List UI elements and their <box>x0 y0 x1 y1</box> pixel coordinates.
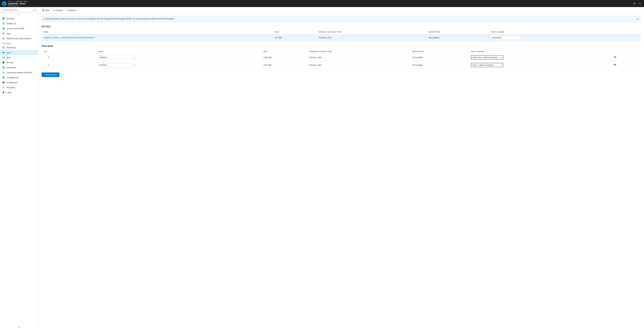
sidebar-label-extensions: Extensions <box>6 67 16 69</box>
data-disk-header-row: LUN NAME SIZE STORAGE ACCOUNT TYPE ENCRY… <box>42 50 640 54</box>
svg-rect-6 <box>4 19 4 20</box>
sidebar-item-diagnose[interactable]: Diagnose and solve problems <box>0 36 38 41</box>
data-disk-1-delete-cell <box>611 61 640 69</box>
access-control-icon <box>2 27 5 30</box>
os-disk-col-name: NAME <box>42 30 273 34</box>
sidebar-item-locks[interactable]: Locks <box>0 90 38 95</box>
networking-icon <box>2 46 5 49</box>
sidebar-item-activity-log[interactable]: Activity log <box>0 21 38 26</box>
search-input[interactable] <box>6 9 31 11</box>
svg-rect-4 <box>4 18 4 18</box>
data-disk-0-detach-button[interactable] <box>613 55 617 60</box>
add-data-disk-button[interactable]: + Add data disk <box>42 73 59 77</box>
data-disk-1-detach-button[interactable] <box>613 63 617 67</box>
discard-button[interactable]: ✕ Discard <box>52 8 64 13</box>
svg-rect-7 <box>3 23 4 24</box>
sidebar-item-configuration[interactable]: Configuration <box>0 80 38 85</box>
data-disk-1-size-cell: 1023 GiB <box>262 61 307 69</box>
data-disk-col-storage-type: STORAGE ACCOUNT TYPE <box>307 50 410 54</box>
breadcrumb-inline: Home > myWAVM - Disks <box>8 1 632 2</box>
svg-point-10 <box>3 28 4 29</box>
svg-rect-47 <box>43 9 44 10</box>
sidebar-item-size[interactable]: Size <box>0 55 38 60</box>
data-disk-1-name-select[interactable]: WADisk1 WADisk2 <box>98 63 136 67</box>
continuous-delivery-icon <box>2 71 5 74</box>
add-disk-label: + Add data disk <box>44 74 57 76</box>
svg-point-49 <box>614 57 614 57</box>
sidebar-item-availability-set[interactable]: Availability set <box>0 75 38 80</box>
save-icon <box>42 9 44 12</box>
scroll-up-arrow[interactable]: ▲ <box>0 13 38 16</box>
sidebar-label-availability-set: Availability set <box>6 76 18 79</box>
svg-rect-34 <box>2 77 3 78</box>
svg-point-2 <box>3 4 6 5</box>
sidebar-item-tags[interactable]: Tags <box>0 31 38 36</box>
sidebar-item-security[interactable]: Security <box>0 60 38 65</box>
discard-label: Discard <box>56 9 63 12</box>
svg-point-30 <box>3 72 4 73</box>
svg-point-13 <box>3 33 3 33</box>
sidebar-item-continuous-delivery[interactable]: Continuous delivery (Preview) <box>0 70 38 75</box>
properties-icon <box>2 86 5 89</box>
os-disk-col-storage-type: STORAGE ACCOUNT TYPE <box>317 30 427 34</box>
content-scroll: ℹ Managed disks created since June 10, 2… <box>38 14 644 329</box>
os-disk-host-caching-select[interactable]: None Read-only Read/write <box>491 36 523 40</box>
sidebar-label-overview: Overview <box>6 18 14 20</box>
data-disk-1-host-caching-select[interactable]: None Read-only Read/write Read-only + Wr… <box>471 63 503 67</box>
svg-point-21 <box>3 52 4 53</box>
sidebar-item-disks[interactable]: Disks <box>0 50 38 55</box>
save-button[interactable]: Save <box>40 8 51 13</box>
data-disk-0-name-select[interactable]: WADisk1 WADisk2 <box>98 56 136 59</box>
data-disk-1-lun-input[interactable] <box>44 63 54 67</box>
sidebar-label-locks: Locks <box>6 91 12 94</box>
refresh-button[interactable]: ↻ Refresh <box>65 8 78 13</box>
svg-rect-40 <box>3 82 3 83</box>
sidebar-item-properties[interactable]: Properties <box>0 85 38 90</box>
sidebar-item-networking[interactable]: Networking <box>0 45 38 50</box>
data-disk-0-host-caching-select[interactable]: None Read-only Read/write Read-only + Wr… <box>471 55 503 60</box>
sidebar-label-properties: Properties <box>6 86 15 89</box>
sidebar-item-extensions[interactable]: Extensions <box>0 65 38 70</box>
info-banner-external-link[interactable]: ⧉ <box>637 18 638 20</box>
page-subtitle: Virtual machine <box>8 5 632 7</box>
data-disk-0-lun-input[interactable] <box>44 55 54 60</box>
refresh-icon: ↻ <box>67 9 68 12</box>
content-area: Save ✕ Discard ↻ Refresh ℹ Managed disks… <box>38 7 644 329</box>
settings-section-label: SETTINGS <box>0 41 38 45</box>
svg-rect-27 <box>3 68 3 68</box>
data-disks-table: LUN NAME SIZE STORAGE ACCOUNT TYPE ENCRY… <box>42 50 640 69</box>
os-disk-heading: OS disk <box>42 25 640 28</box>
data-disk-col-size: SIZE <box>262 50 307 54</box>
sidebar-label-disks: Disks <box>6 52 11 54</box>
svg-point-11 <box>4 28 4 29</box>
save-label: Save <box>45 9 50 12</box>
os-disk-encryption-cell: Not enabled <box>427 34 489 41</box>
data-disk-0-delete-cell <box>611 54 640 61</box>
svg-rect-3 <box>2 18 3 18</box>
os-disk-name-link[interactable]: myWAVM_OsDisk_1_f8678795084e451c8bfdb837… <box>44 37 95 39</box>
os-disk-col-size: SIZE <box>273 30 317 34</box>
pin-icon[interactable]: 📌 <box>632 2 637 6</box>
scroll-down-arrow[interactable]: ▼ <box>0 326 38 329</box>
os-disk-col-encryption: ENCRYPTION <box>427 30 489 34</box>
close-icon[interactable]: ✕ <box>638 2 642 6</box>
tags-icon <box>2 32 5 35</box>
os-disk-col-host-caching: HOST CACHING <box>489 30 640 34</box>
disks-icon <box>2 51 5 54</box>
svg-rect-48 <box>43 10 44 11</box>
svg-rect-33 <box>4 76 4 77</box>
data-disk-1-host-caching-cell: None Read-only Read/write Read-only + Wr… <box>469 61 611 69</box>
data-disk-1-name-cell: WADisk1 WADisk2 <box>96 61 262 69</box>
table-row: WADisk1 WADisk2 1023 GiB Premium_LRS Not… <box>42 61 640 69</box>
sidebar-header: 🔍 « <box>0 7 38 13</box>
sidebar-nav: Overview Activity log <box>0 16 38 326</box>
sidebar-item-access-control[interactable]: Access control (IAM) <box>0 26 38 31</box>
sidebar-label-security: Security <box>6 62 13 64</box>
data-disk-1-lun-cell <box>42 61 96 69</box>
search-box[interactable]: 🔍 <box>2 8 32 12</box>
toolbar: Save ✕ Discard ↻ Refresh <box>38 7 644 14</box>
table-row: WADisk1 WADisk2 1023 GiB Premium_LRS Not… <box>42 54 640 61</box>
sidebar-item-overview[interactable]: Overview <box>0 16 38 21</box>
sidebar-collapse-button[interactable]: « <box>33 8 36 12</box>
svg-point-12 <box>2 28 3 29</box>
